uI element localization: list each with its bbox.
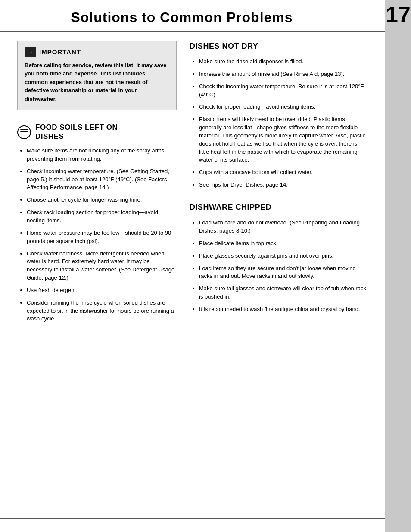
dishes-not-dry-section: DISHES NOT DRY Make sure the rinse aid d… <box>190 41 368 189</box>
food-soils-list: Make sure items are not blocking any of … <box>17 147 177 323</box>
list-item: Consider running the rinse cycle when so… <box>27 299 177 324</box>
dishware-chipped-section: DISHWARE CHIPPED Load with care and do n… <box>190 202 368 314</box>
dishware-chipped-title: DISHWARE CHIPPED <box>190 202 368 213</box>
arrow-right-icon: → <box>25 47 36 57</box>
list-item: Make sure tall glasses and stemware will… <box>199 285 368 301</box>
food-soils-title: FOOD SOILS LEFT ON DISHES <box>35 123 118 141</box>
list-item: Load items so they are secure and don't … <box>199 264 368 281</box>
food-soils-icon <box>17 125 31 139</box>
list-item: Place glasses securely against pins and … <box>199 252 368 260</box>
list-item: Increase the amount of rinse aid (See Ri… <box>199 70 368 78</box>
footer-line <box>0 518 385 519</box>
dishes-not-dry-list: Make sure the rinse aid dispenser is fil… <box>190 58 368 189</box>
dish-icon-svg <box>20 128 28 136</box>
list-item: Plastic items will likely need to be tow… <box>199 115 368 164</box>
list-item: Check incoming water temperature. (See G… <box>27 168 177 192</box>
list-item: Choose another cycle for longer washing … <box>27 196 177 204</box>
list-item: See Tips for Dryer Dishes, page 14. <box>199 181 368 189</box>
list-item: Cups with a concave bottom will collect … <box>199 168 368 177</box>
important-title: IMPORTANT <box>39 47 81 56</box>
important-header: → IMPORTANT <box>25 47 169 57</box>
svg-rect-0 <box>20 129 28 130</box>
food-soils-header: FOOD SOILS LEFT ON DISHES <box>17 123 177 141</box>
page-wrapper: 17 Solutions to Common Problems → IMPORT… <box>0 0 411 532</box>
right-column: DISHES NOT DRY Make sure the rinse aid d… <box>190 41 368 327</box>
dishes-not-dry-title: DISHES NOT DRY <box>190 41 368 52</box>
page-title: Solutions to Common Problems <box>13 8 351 27</box>
svg-rect-2 <box>20 134 28 134</box>
list-item: Check the incoming water temperature. Be… <box>199 83 368 99</box>
list-item: Home water pressure may be too low—shoul… <box>27 229 177 246</box>
list-item: Check for proper loading—avoid nesting i… <box>199 103 368 111</box>
list-item: Use fresh detergent. <box>27 286 177 295</box>
page-header: Solutions to Common Problems <box>0 0 385 32</box>
list-item: Check rack loading section for proper lo… <box>27 208 177 225</box>
page-number: 17 <box>386 3 411 26</box>
important-text: Before calling for service, review this … <box>25 61 169 103</box>
list-item: Make sure items are not blocking any of … <box>27 147 177 163</box>
dishware-chipped-list: Load with care and do not overload. (See… <box>190 219 368 314</box>
svg-rect-1 <box>20 131 28 132</box>
list-item: Check water hardness. More detergent is … <box>27 250 177 282</box>
page-number-tab: 17 <box>385 0 411 532</box>
list-item: Make sure the rinse aid dispenser is fil… <box>199 58 368 66</box>
left-column: → IMPORTANT Before calling for service, … <box>17 41 177 327</box>
important-box: → IMPORTANT Before calling for service, … <box>17 41 177 111</box>
list-item: It is recommeded to wash fine antique ch… <box>199 305 368 314</box>
content-area: → IMPORTANT Before calling for service, … <box>0 32 385 340</box>
list-item: Place delicate items in top rack. <box>199 240 368 248</box>
list-item: Load with care and do not overload. (See… <box>199 219 368 235</box>
